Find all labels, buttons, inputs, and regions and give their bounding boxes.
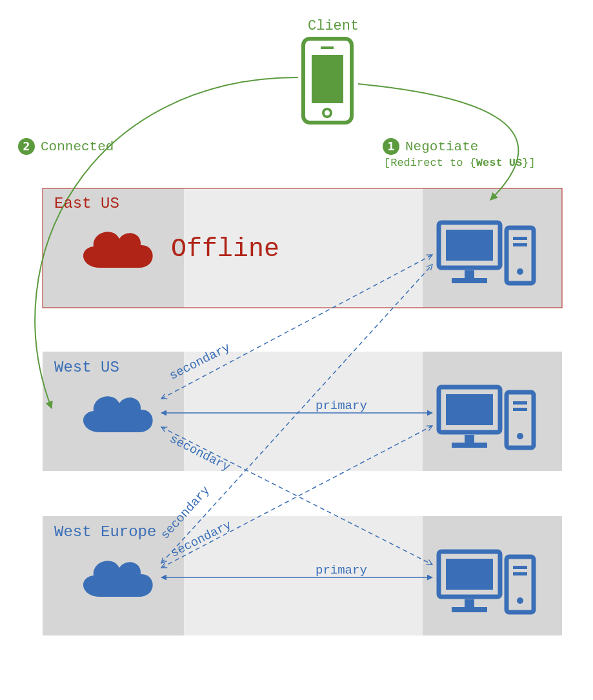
svg-rect-28 xyxy=(446,559,493,590)
client-label: Client xyxy=(308,18,359,34)
svg-rect-26 xyxy=(513,408,527,411)
region-west-eu-title: West Europe xyxy=(54,523,156,541)
conn-label-westeu-primary: primary xyxy=(316,563,367,577)
client-phone-icon xyxy=(303,39,352,123)
region-east-us-status: Offline xyxy=(171,235,279,264)
svg-rect-33 xyxy=(513,566,527,569)
svg-rect-21 xyxy=(465,435,474,443)
svg-rect-12 xyxy=(446,230,493,261)
svg-point-9 xyxy=(323,109,331,117)
svg-rect-17 xyxy=(513,237,527,240)
svg-rect-25 xyxy=(513,401,527,405)
conn-label-westus-primary: primary xyxy=(316,399,367,413)
svg-rect-10 xyxy=(321,46,334,49)
svg-rect-22 xyxy=(452,443,487,448)
step-connected-badge: 2 xyxy=(23,139,30,153)
svg-point-16 xyxy=(517,268,523,275)
svg-rect-30 xyxy=(452,607,487,612)
svg-rect-29 xyxy=(465,599,474,607)
step-connected-label: Connected xyxy=(41,139,114,154)
svg-rect-13 xyxy=(465,270,474,278)
svg-rect-34 xyxy=(513,572,527,575)
region-west-us-title: West US xyxy=(54,359,119,376)
svg-point-24 xyxy=(517,433,523,439)
svg-rect-14 xyxy=(452,278,487,283)
step-negotiate-redirect: [Redirect to {West US}] xyxy=(384,157,536,169)
svg-point-32 xyxy=(517,597,523,604)
svg-rect-20 xyxy=(446,394,493,425)
step-negotiate-badge: 1 xyxy=(388,139,395,153)
svg-rect-18 xyxy=(513,243,527,246)
svg-rect-4 xyxy=(184,352,423,471)
region-east-us-title: East US xyxy=(54,195,119,212)
step-negotiate-label: Negotiate xyxy=(405,139,478,154)
svg-rect-8 xyxy=(312,55,343,103)
